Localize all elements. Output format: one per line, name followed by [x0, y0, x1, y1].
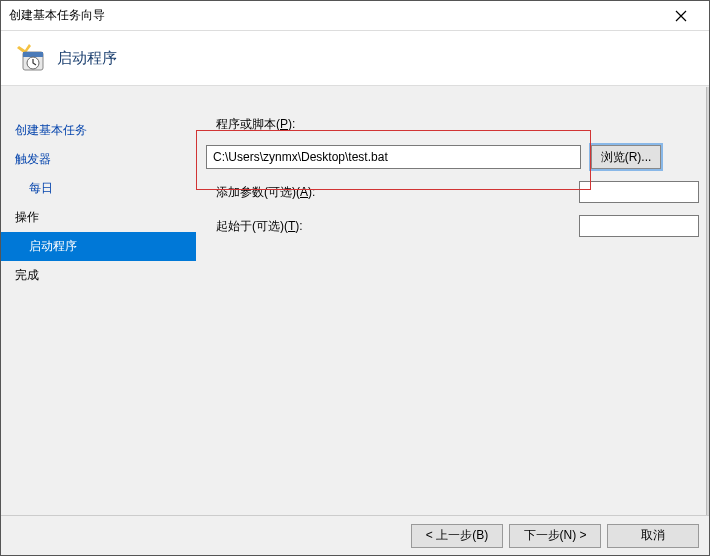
content-area: 创建基本任务 触发器 每日 操作 启动程序 完成 程序或脚本(P): 浏览(R)… [1, 86, 709, 516]
program-input-row: 浏览(R)... [206, 145, 699, 169]
svg-rect-1 [23, 52, 43, 57]
startin-row: 起始于(可选)(T): [206, 215, 699, 237]
wizard-footer: < 上一步(B) 下一步(N) > 取消 [1, 515, 709, 555]
back-button[interactable]: < 上一步(B) [411, 524, 503, 548]
add-arguments-label: 添加参数(可选)(A): [206, 184, 346, 201]
close-icon [675, 10, 687, 22]
wizard-header: 启动程序 [1, 31, 709, 86]
close-button[interactable] [661, 2, 701, 30]
start-in-input[interactable] [579, 215, 699, 237]
program-script-label: 程序或脚本(P): [206, 116, 346, 133]
title-bar: 创建基本任务向导 [1, 1, 709, 31]
sidebar-item-start-program[interactable]: 启动程序 [1, 232, 196, 261]
sidebar-item-create-task[interactable]: 创建基本任务 [1, 116, 196, 145]
main-panel: 程序或脚本(P): 浏览(R)... 添加参数(可选)(A): 起始于(可选)(… [196, 86, 709, 516]
cancel-button[interactable]: 取消 [607, 524, 699, 548]
program-script-input[interactable] [206, 145, 581, 169]
start-in-label: 起始于(可选)(T): [206, 218, 346, 235]
sidebar-item-action: 操作 [1, 203, 196, 232]
sidebar-item-trigger[interactable]: 触发器 [1, 145, 196, 174]
args-row: 添加参数(可选)(A): [206, 181, 699, 203]
program-label-row: 程序或脚本(P): [206, 116, 699, 133]
task-icon [17, 44, 45, 72]
wizard-sidebar: 创建基本任务 触发器 每日 操作 启动程序 完成 [1, 86, 196, 516]
window-title: 创建基本任务向导 [9, 7, 661, 24]
browse-button[interactable]: 浏览(R)... [591, 145, 661, 169]
add-arguments-input[interactable] [579, 181, 699, 203]
sidebar-item-finish: 完成 [1, 261, 196, 290]
page-title: 启动程序 [57, 49, 117, 68]
next-button[interactable]: 下一步(N) > [509, 524, 601, 548]
sidebar-item-daily[interactable]: 每日 [1, 174, 196, 203]
background-edge [706, 87, 709, 517]
